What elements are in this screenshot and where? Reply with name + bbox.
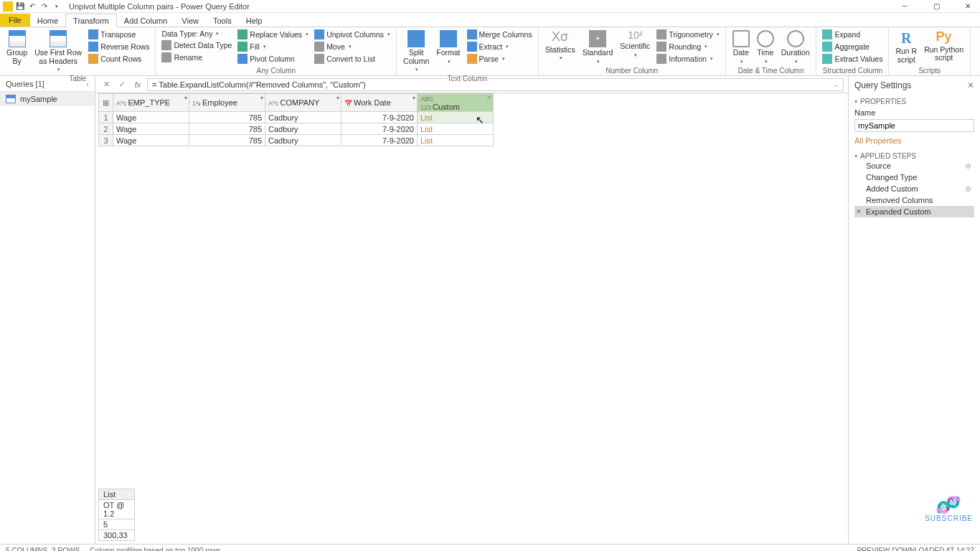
convert-to-list-button[interactable]: Convert to List (313, 53, 392, 65)
filter-icon: ▾ (336, 95, 339, 101)
expand-button[interactable]: Expand (821, 29, 884, 40)
redo-icon[interactable]: ↷ (39, 1, 50, 11)
step-expanded-custom[interactable]: Expanded Custom (854, 206, 974, 217)
filter-icon: ▾ (260, 95, 263, 101)
tab-home[interactable]: Home (30, 14, 65, 27)
properties-section-label: PROPERTIES (854, 98, 974, 105)
minimize-button[interactable]: ─ (895, 1, 914, 12)
query-item-label: mySample (20, 95, 57, 103)
preview-header: List (99, 489, 135, 500)
tab-help[interactable]: Help (239, 14, 270, 27)
split-column-button[interactable]: Split Column (401, 29, 431, 74)
fill-button[interactable]: Fill (236, 41, 310, 52)
parse-button[interactable]: Parse (466, 53, 534, 65)
step-added-custom[interactable]: Added Custom⚙ (854, 183, 974, 194)
transpose-button[interactable]: Transpose (87, 29, 151, 40)
run-r-button[interactable]: RRun R script (893, 29, 919, 65)
tab-file[interactable]: File (0, 14, 30, 27)
use-first-row-button[interactable]: Use First Row as Headers (32, 29, 84, 74)
preview-value: 300,33 (99, 530, 135, 541)
trigonometry-button[interactable]: Trigonometry (655, 29, 720, 40)
filter-icon: ▾ (184, 95, 187, 101)
status-profiling: Column profiling based on top 1000 rows (90, 547, 220, 551)
run-python-button[interactable]: PyRun Python script (922, 29, 966, 64)
formula-expand-icon[interactable]: ⌄ (833, 81, 839, 88)
fx-icon[interactable]: fx (131, 78, 144, 91)
unpivot-columns-button[interactable]: Unpivot Columns (313, 29, 392, 40)
commit-formula-icon[interactable]: ✓ (116, 78, 128, 91)
group-by-button[interactable]: Group By (4, 29, 29, 67)
name-label: Name (854, 108, 974, 117)
gear-icon[interactable]: ⚙ (965, 185, 971, 193)
duration-button[interactable]: Duration (779, 29, 812, 65)
table-row[interactable]: 2 Wage 785 Cadbury 7-9-2020 List (99, 123, 494, 135)
column-header-company[interactable]: AᴮcCOMPANY▾ (265, 94, 341, 112)
table-icon (6, 95, 16, 103)
ribbon: Group By Use First Row as Headers Transp… (0, 27, 980, 76)
tab-add-column[interactable]: Add Column (117, 14, 175, 27)
formula-text: = Table.ExpandListColumn(#"Removed Colum… (152, 80, 366, 89)
scientific-button[interactable]: 10²Scientific (618, 29, 652, 60)
step-source[interactable]: Source⚙ (854, 160, 974, 171)
menu-bar: File Home Transform Add Column View Tool… (0, 13, 980, 27)
count-rows-button[interactable]: Count Rows (87, 53, 151, 65)
table-row[interactable]: 1 Wage 785 Cadbury 7-9-2020 List (99, 112, 494, 123)
aggregate-button[interactable]: Aggregate (821, 41, 884, 52)
merge-columns-button[interactable]: Merge Columns (466, 29, 534, 40)
rounding-button[interactable]: Rounding (655, 41, 720, 52)
status-columns-rows: 5 COLUMNS, 3 ROWS (6, 547, 80, 551)
data-grid[interactable]: ⊞ AᴮcEMP_TYPE▾ 1²₃Employee▾ AᴮcCOMPANY▾ … (98, 93, 494, 146)
tab-tools[interactable]: Tools (206, 14, 239, 27)
statistics-button[interactable]: XσStatistics (543, 29, 578, 62)
information-button[interactable]: Information (655, 53, 720, 65)
tab-transform[interactable]: Transform (65, 14, 117, 27)
data-type-button[interactable]: Data Type: Any (160, 29, 233, 39)
cancel-formula-icon[interactable]: ✕ (100, 78, 113, 91)
group-label-scripts: Scripts (893, 66, 966, 75)
query-settings-panel: Query Settings ✕ PROPERTIES Name All Pro… (848, 76, 980, 544)
close-button[interactable]: ✕ (958, 1, 977, 12)
replace-values-button[interactable]: Replace Values (236, 29, 310, 40)
group-label-structured: Structured Column (821, 66, 884, 75)
close-settings-icon[interactable]: ✕ (967, 80, 974, 90)
cell-preview: List OT @ 1.2 5 300,33 (98, 489, 135, 541)
time-button[interactable]: Time (755, 29, 776, 65)
reverse-rows-button[interactable]: Reverse Rows (87, 41, 151, 52)
queries-panel: Queries [1] ‹ mySample (0, 76, 95, 544)
extract-values-button[interactable]: Extract Values (821, 53, 884, 65)
detect-type-button[interactable]: Detect Data Type (160, 39, 233, 51)
applied-steps-label: APPLIED STEPS (854, 152, 974, 160)
extract-text-button[interactable]: Extract (466, 41, 534, 52)
settings-title: Query Settings (854, 80, 911, 90)
qat-customize-icon[interactable]: ▾ (52, 1, 62, 11)
query-item-mysample[interactable]: mySample (0, 92, 95, 106)
column-header-employee[interactable]: 1²₃Employee▾ (189, 94, 265, 112)
step-removed-columns[interactable]: Removed Columns (854, 194, 974, 206)
column-header-workdate[interactable]: 📅Work Date▾ (341, 94, 418, 112)
step-changed-type[interactable]: Changed Type (854, 171, 974, 183)
column-header-custom[interactable]: ABC123Custom⤢ (418, 94, 494, 112)
all-properties-link[interactable]: All Properties (854, 136, 901, 145)
preview-value: OT @ 1.2 (99, 500, 135, 519)
column-header-emptype[interactable]: AᴮcEMP_TYPE▾ (113, 94, 189, 112)
rename-button[interactable]: Rename (160, 52, 233, 63)
table-corner-icon[interactable]: ⊞ (99, 94, 113, 112)
collapse-queries-icon[interactable]: ‹ (86, 80, 89, 88)
pivot-column-button[interactable]: Pivot Column (236, 53, 310, 65)
save-icon[interactable]: 💾 (15, 1, 25, 11)
group-label-any-column: Any Column (160, 66, 392, 75)
subscribe-watermark: 🧬 SUBSCRIBE (925, 496, 973, 522)
query-name-input[interactable] (854, 119, 974, 132)
format-button[interactable]: Format (434, 29, 462, 65)
date-button[interactable]: Date (730, 29, 752, 65)
undo-icon[interactable]: ↶ (27, 1, 37, 11)
standard-button[interactable]: +Standard (580, 29, 616, 65)
maximize-button[interactable]: ▢ (927, 1, 946, 12)
table-row[interactable]: 3 Wage 785 Cadbury 7-9-2020 List (99, 135, 494, 146)
formula-bar[interactable]: = Table.ExpandListColumn(#"Removed Colum… (147, 78, 844, 91)
app-icon (3, 1, 13, 11)
queries-header: Queries [1] (6, 80, 44, 88)
move-button[interactable]: Move (313, 41, 392, 52)
tab-view[interactable]: View (174, 14, 206, 27)
gear-icon[interactable]: ⚙ (965, 162, 971, 170)
